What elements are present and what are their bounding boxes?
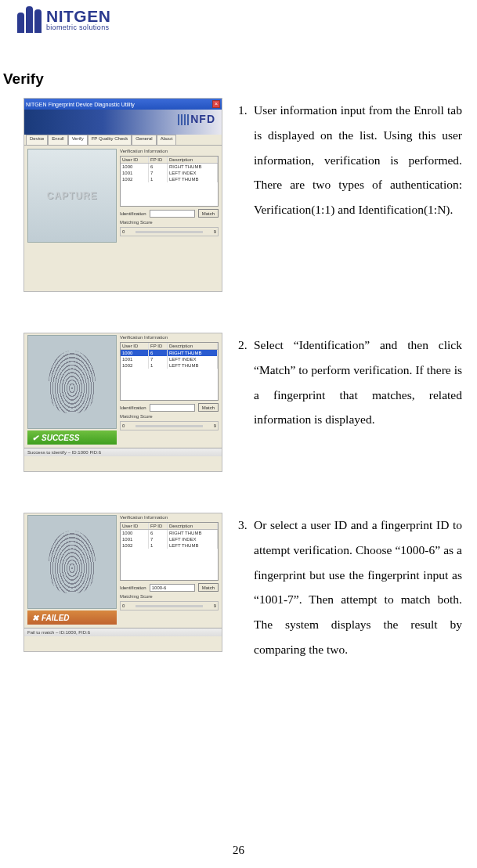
grid-row[interactable]: 1002 1 LEFT THUMB [121, 362, 218, 369]
grid-row[interactable]: 1001 7 LEFT INDEX [121, 170, 218, 176]
window-title: NITGEN Fingerprint Device Diagnostic Uti… [26, 102, 135, 107]
screenshot-3: ✖ FAILED Verification Information User I… [23, 513, 222, 652]
logo-title: NITGEN [46, 8, 110, 24]
status-failed-text: FAILED [42, 614, 70, 622]
match-button[interactable]: Match [198, 209, 219, 218]
status-success-text: SUCCESS [42, 434, 79, 442]
capture-label: CAPTURE [46, 190, 97, 201]
id-field[interactable]: 1000-6 [150, 584, 195, 592]
step-number: 1. [238, 98, 249, 292]
step-text: Or select a user ID and a fingerprint ID… [254, 513, 462, 662]
grid-row[interactable]: 1000 6 RIGHT THUMB [121, 530, 218, 536]
tab-about[interactable]: About [157, 135, 177, 145]
logo: NITGEN biometric solutions [17, 6, 110, 33]
id-field[interactable] [150, 404, 195, 412]
grid-row[interactable]: 1002 1 LEFT THUMB [121, 542, 218, 549]
tab-device[interactable]: Device [26, 135, 48, 145]
grid-row[interactable]: 1000 6 RIGHT THUMB [121, 350, 218, 356]
x-icon: ✖ [32, 614, 38, 622]
score-slider: 0 9 [120, 227, 219, 236]
step-number: 2. [238, 333, 249, 472]
user-grid[interactable]: User ID FP ID Description 1000 6 RIGHT T… [120, 522, 219, 581]
id-field[interactable] [150, 210, 195, 218]
tab-strip: Device Enroll Verify FP Quality Check Ge… [24, 135, 222, 146]
verification-info-label: Verification Information [120, 149, 219, 153]
capture-area: CAPTURE [27, 149, 117, 243]
identification-label: Identification [120, 211, 146, 216]
tab-fp-quality[interactable]: FP Quality Check [88, 135, 132, 145]
user-grid[interactable]: User ID FP ID Description 1000 6 RIGHT T… [120, 156, 219, 207]
step-text: Select “Identification” and then click “… [254, 333, 462, 472]
fingerprint-icon [49, 351, 96, 413]
tab-general[interactable]: General [132, 135, 156, 145]
screenshot-1: NITGEN Fingerprint Device Diagnostic Uti… [23, 98, 222, 292]
screenshot-2: ✔ SUCCESS Verification Information User … [23, 333, 222, 472]
matching-score-label: Matching Score [120, 220, 219, 225]
tab-enroll[interactable]: Enroll [48, 135, 67, 145]
step-text: User information input from the Enroll t… [254, 98, 462, 292]
step-2: ✔ SUCCESS Verification Information User … [23, 333, 462, 472]
user-grid[interactable]: User ID FP ID Description 1000 6 RIGHT T… [120, 342, 219, 401]
check-icon: ✔ [32, 434, 38, 442]
close-icon[interactable]: × [212, 100, 220, 108]
step-number: 3. [238, 513, 249, 662]
step-3: ✖ FAILED Verification Information User I… [23, 513, 462, 662]
grid-row[interactable]: 1001 7 LEFT INDEX [121, 356, 218, 362]
capture-area-fingerprint [27, 335, 117, 429]
fingerprint-icon [49, 531, 96, 593]
status-bar: Fail to match – ID:1000, FID:6 [24, 628, 222, 636]
page-number: 26 [0, 844, 477, 857]
grid-row[interactable]: 1002 1 LEFT THUMB [121, 176, 218, 182]
status-bar: Success to identify – ID:1000 FID:6 [24, 448, 222, 456]
section-title: Verify [3, 70, 44, 88]
status-success-band: ✔ SUCCESS [27, 430, 117, 445]
step-1: NITGEN Fingerprint Device Diagnostic Uti… [23, 98, 462, 292]
banner-brand: NFD [190, 113, 215, 125]
capture-area-fingerprint [27, 515, 117, 609]
logo-icon [17, 6, 42, 33]
logo-subtitle: biometric solutions [46, 24, 110, 31]
grid-header: User ID FP ID Description [121, 157, 218, 164]
app-banner: NFD [24, 110, 222, 135]
tab-verify[interactable]: Verify [68, 135, 88, 145]
window-titlebar: NITGEN Fingerprint Device Diagnostic Uti… [24, 99, 222, 110]
match-button[interactable]: Match [198, 403, 219, 412]
grid-row[interactable]: 1001 7 LEFT INDEX [121, 536, 218, 542]
match-button[interactable]: Match [198, 583, 219, 592]
grid-row[interactable]: 1000 6 RIGHT THUMB [121, 164, 218, 170]
status-failed-band: ✖ FAILED [27, 610, 117, 625]
